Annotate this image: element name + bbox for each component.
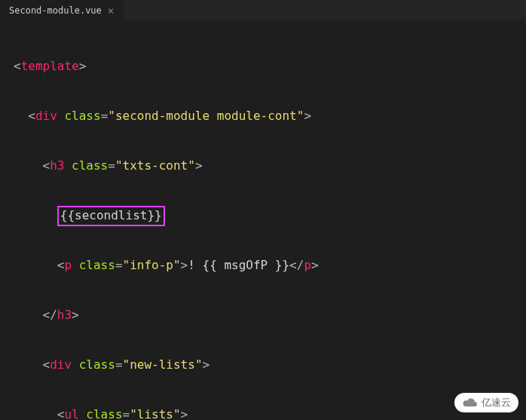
tab-bar: Second-module.vue × (0, 0, 526, 21)
code-line: <div class="second-module module-cont"> (14, 103, 512, 128)
highlight-box: {{secondlist}} (57, 206, 165, 225)
code-line: <h3 class="txts-cont"> (14, 153, 512, 178)
cloud-icon (462, 397, 479, 408)
file-tab[interactable]: Second-module.vue × (0, 0, 124, 20)
code-line: <ul class="lists"> (14, 402, 512, 420)
code-editor[interactable]: <template> <div class="second-module mod… (0, 21, 526, 420)
code-line: {{secondlist}} (14, 203, 512, 228)
watermark-badge: 亿速云 (454, 393, 518, 412)
code-line: <template> (14, 54, 512, 78)
tab-filename: Second-module.vue (9, 5, 102, 16)
code-line: <div class="new-lists"> (14, 352, 512, 377)
close-icon[interactable]: × (108, 5, 114, 17)
watermark-text: 亿速云 (482, 396, 511, 409)
code-line: </h3> (14, 302, 512, 327)
code-line: <p class="info-p">! {{ msgOfP }}</p> (14, 253, 512, 277)
